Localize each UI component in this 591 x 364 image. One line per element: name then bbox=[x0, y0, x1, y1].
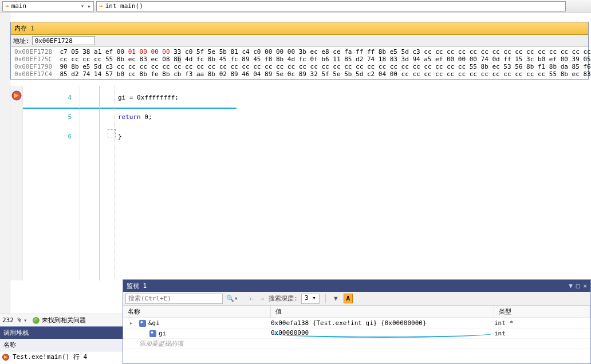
watch-header-row: 名称 值 类型 bbox=[123, 306, 590, 318]
outline-end-icon bbox=[108, 129, 116, 137]
var-value[interactable]: 0x00efa138 {Test.exe!int gi} {0x00000000… bbox=[271, 319, 494, 327]
back-icon[interactable]: ← bbox=[249, 294, 255, 303]
dropdown-icon: ▾ ▸ bbox=[81, 3, 91, 9]
function-combo[interactable]: → int main() bbox=[96, 1, 566, 11]
dropdown-icon: ▾ bbox=[23, 317, 27, 323]
scope-combo[interactable]: →main ▾ ▸ bbox=[2, 1, 94, 11]
depth-select[interactable]: 3 ▾ bbox=[301, 294, 320, 304]
filter-icon[interactable]: ▼ bbox=[332, 295, 340, 302]
current-line-arrow-icon bbox=[11, 90, 22, 101]
watch-panel: 监视 1 ▼ □ ✕ 🔍▾ ← → 搜索深度: 3 ▾ ▼ A 名称 值 类型 … bbox=[123, 279, 591, 364]
callstack-column-header[interactable]: 名称 bbox=[0, 339, 123, 351]
memory-address-bar: 地址: bbox=[11, 35, 588, 47]
arrow-icon: → bbox=[99, 2, 103, 10]
callstack-frame[interactable]: Test.exe!main() 行 4 bbox=[0, 351, 123, 362]
var-type: int * bbox=[494, 319, 590, 327]
zoom-bar: 232 % ▾ 未找到相关问题 bbox=[0, 314, 123, 326]
issues-label: 未找到相关问题 bbox=[42, 316, 86, 325]
col-value[interactable]: 值 bbox=[271, 306, 494, 318]
zoom-value: 232 % bbox=[2, 316, 21, 324]
var-value[interactable]: 0x00000000 bbox=[271, 329, 494, 338]
highlight-toggle[interactable]: A bbox=[344, 294, 353, 303]
outline-gutter bbox=[81, 86, 117, 280]
memory-title: 内存 1 bbox=[11, 22, 588, 35]
depth-label: 搜索深度: bbox=[269, 294, 298, 303]
watch-toolbar: 🔍▾ ← → 搜索深度: 3 ▾ ▼ A bbox=[123, 292, 590, 306]
dropdown-icon[interactable]: ▼ bbox=[569, 282, 573, 290]
expander-icon[interactable]: ▸ bbox=[128, 319, 134, 327]
zoom-control[interactable]: 232 % ▾ bbox=[2, 316, 27, 324]
var-type: int bbox=[494, 330, 590, 337]
var-name: &gi bbox=[148, 319, 160, 327]
editor-status-area: 232 % ▾ 未找到相关问题 bbox=[0, 314, 123, 326]
var-name: gi bbox=[159, 330, 166, 337]
callstack-title: 调用堆栈 bbox=[0, 327, 123, 339]
line-number-gutter: 456 bbox=[23, 86, 80, 280]
check-icon bbox=[33, 317, 40, 324]
watch-title-text: 监视 1 bbox=[127, 282, 147, 290]
frame-text: Test.exe!main() 行 4 bbox=[13, 353, 87, 361]
watch-body: ▸&gi0x00efa138 {Test.exe!int gi} {0x0000… bbox=[123, 318, 590, 349]
no-issues-indicator[interactable]: 未找到相关问题 bbox=[33, 316, 86, 325]
forward-icon[interactable]: → bbox=[258, 294, 265, 303]
variable-icon bbox=[149, 330, 156, 337]
top-toolbar: →main ▾ ▸ → int main() bbox=[0, 0, 591, 13]
code-area[interactable]: gi = 0xffffffff;return 0;} bbox=[118, 88, 179, 147]
breakpoint-gutter[interactable] bbox=[10, 86, 23, 280]
search-icon[interactable]: 🔍▾ bbox=[226, 295, 238, 302]
arrow-icon: → bbox=[5, 2, 9, 10]
add-watch-row[interactable]: 添加要监视的项 bbox=[123, 339, 590, 349]
code-editor[interactable]: 456 gi = 0xffffffff;return 0;} bbox=[10, 86, 591, 280]
left-tool-strip bbox=[0, 13, 10, 364]
watch-search-input[interactable] bbox=[125, 294, 223, 304]
maximize-icon[interactable]: □ bbox=[576, 282, 580, 290]
memory-dump[interactable]: 0x00EF1728 c7 05 38 a1 ef 00 01 00 00 00… bbox=[11, 47, 588, 79]
address-input[interactable] bbox=[32, 36, 95, 45]
watch-row[interactable]: ▸&gi0x00efa138 {Test.exe!int gi} {0x0000… bbox=[123, 318, 590, 329]
callstack-panel: 调用堆栈 名称 Test.exe!main() 行 4 [外部代码] bbox=[0, 326, 123, 364]
watch-row[interactable]: gi0x00000000int bbox=[123, 329, 590, 339]
window-buttons: ▼ □ ✕ bbox=[569, 282, 587, 290]
current-frame-icon bbox=[2, 354, 9, 361]
col-name[interactable]: 名称 bbox=[123, 306, 271, 318]
function-text: int main() bbox=[105, 2, 143, 10]
memory-panel: 内存 1 地址: 0x00EF1728 c7 05 38 a1 ef 00 01… bbox=[10, 22, 589, 80]
address-label: 地址: bbox=[13, 37, 30, 45]
col-type[interactable]: 类型 bbox=[494, 306, 590, 318]
watch-titlebar[interactable]: 监视 1 ▼ □ ✕ bbox=[123, 280, 590, 292]
scope-text: main bbox=[11, 2, 27, 10]
variable-icon bbox=[139, 320, 146, 327]
close-icon[interactable]: ✕ bbox=[583, 282, 587, 290]
